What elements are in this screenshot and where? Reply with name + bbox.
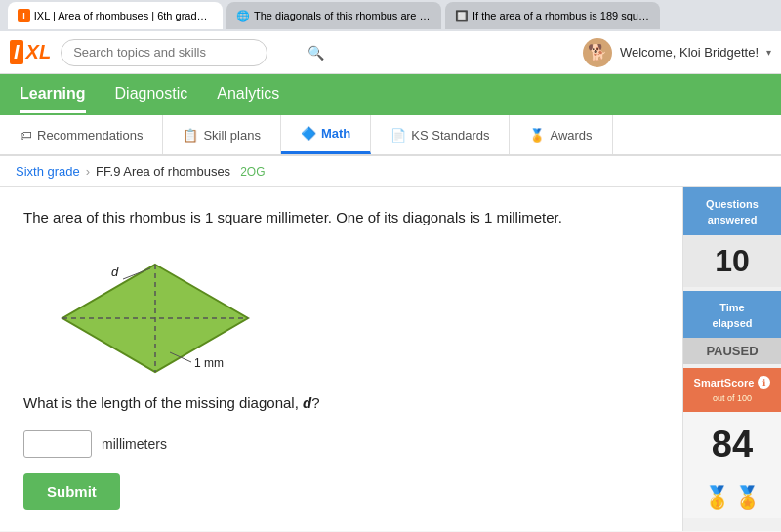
nav-item-learning[interactable]: Learning (20, 77, 86, 113)
tab-skill-plans[interactable]: 📋 Skill plans (163, 115, 281, 154)
breadcrumb-code: 2OG (240, 165, 265, 179)
tab-other-label: If the area of a rhombus is 189 square m… (473, 10, 650, 21)
nav-bar: I XL 🔍 🐕 Welcome, Kloi Bridgette! ▾ (0, 31, 781, 74)
medal-gold: 🏅 (734, 485, 760, 511)
tab-awards[interactable]: 🏅 Awards (510, 115, 612, 154)
paused-label: PAUSED (706, 344, 758, 358)
user-menu-dropdown[interactable]: ▾ (766, 47, 771, 58)
tab-ixl[interactable]: I IXL | Area of rhombuses | 6th grade ma… (8, 2, 223, 29)
smart-score-box: SmartScore ℹ out of 100 (683, 368, 781, 412)
math-icon: 🔷 (301, 126, 316, 141)
logo-i: I (10, 40, 23, 64)
tab-recommendations-label: Recommendations (37, 128, 143, 143)
question-before: What is the length of the missing diagon… (23, 394, 303, 411)
nav-item-diagnostic[interactable]: Diagnostic (115, 77, 188, 113)
tab-ks-standards[interactable]: 📄 KS Standards (371, 115, 510, 154)
tab-ks-standards-label: KS Standards (411, 128, 489, 143)
ixl-logo[interactable]: I XL (10, 40, 51, 64)
question-after: ? (311, 394, 319, 411)
logo-xl: XL (26, 41, 52, 63)
skill-plans-icon: 📋 (183, 128, 198, 143)
smart-score-info-icon[interactable]: ℹ (758, 376, 770, 389)
breadcrumb-separator: › (86, 164, 90, 179)
tab-google-label: The diagonals of this rhombus are 8 kilo… (254, 10, 432, 21)
tab-math[interactable]: 🔷 Math (281, 115, 371, 154)
search-icon: 🔍 (308, 45, 324, 61)
nav-item-analytics[interactable]: Analytics (217, 77, 279, 113)
questions-answered-value: 10 (683, 243, 781, 279)
time-elapsed-label: Time elapsed (713, 302, 753, 329)
rhombus-diagram: d 1 mm (53, 255, 258, 385)
tab-google-icon: 🌐 (236, 10, 250, 22)
question-text: The area of this rhombus is 1 square mil… (23, 207, 659, 229)
tab-skill-plans-label: Skill plans (203, 128, 261, 143)
smart-score-label: SmartScore (694, 377, 755, 389)
submit-button[interactable]: Submit (23, 473, 120, 510)
tab-recommendations[interactable]: 🏷 Recommendations (0, 115, 163, 154)
missing-diagonal-question: What is the length of the missing diagon… (23, 394, 659, 411)
browser-tab-bar: I IXL | Area of rhombuses | 6th grade ma… (0, 0, 781, 31)
tab-math-label: Math (321, 126, 350, 141)
search-input[interactable] (61, 39, 267, 66)
green-nav: Learning Diagnostic Analytics (0, 74, 781, 115)
medal-blue: 🥇 (704, 485, 730, 511)
tab-awards-label: Awards (550, 128, 592, 143)
time-elapsed-box: Time elapsed (683, 291, 781, 339)
svg-text:d: d (111, 265, 119, 279)
question-var: d (303, 394, 311, 411)
svg-text:1 mm: 1 mm (194, 356, 224, 370)
side-panel: Questions answered 10 Time elapsed PAUSE… (683, 187, 781, 531)
answer-row: millimeters (23, 430, 659, 458)
tab-other-icon: 🔲 (455, 10, 469, 22)
avatar: 🐕 (583, 38, 612, 67)
ks-standards-icon: 📄 (390, 128, 406, 143)
tab-ixl-icon: I (18, 9, 30, 22)
search-wrapper: 🔍 (61, 39, 334, 66)
breadcrumb-parent[interactable]: Sixth grade (16, 164, 80, 179)
question-area: The area of this rhombus is 1 square mil… (0, 187, 683, 531)
answer-unit: millimeters (102, 436, 167, 452)
breadcrumb: Sixth grade › FF.9 Area of rhombuses 2OG (0, 156, 781, 187)
questions-answered-value-wrap: 10 (683, 235, 781, 287)
smart-score-value: 84 (683, 418, 781, 471)
welcome-text: Welcome, Kloi Bridgette! (620, 45, 759, 60)
breadcrumb-current: FF.9 Area of rhombuses (96, 164, 230, 179)
main-area: The area of this rhombus is 1 square mil… (0, 187, 781, 531)
awards-icon: 🏅 (529, 128, 545, 143)
recommendations-icon: 🏷 (20, 128, 32, 143)
smart-score-value-wrap: 84 (683, 412, 781, 477)
tab-other[interactable]: 🔲 If the area of a rhombus is 189 square… (445, 2, 660, 29)
nav-right: 🐕 Welcome, Kloi Bridgette! ▾ (583, 38, 771, 67)
questions-answered-box: Questions answered (683, 187, 781, 235)
paused-box: PAUSED (683, 338, 781, 364)
tab-ixl-label: IXL | Area of rhombuses | 6th grade math (34, 10, 213, 21)
medals-row: 🥇 🏅 (683, 477, 781, 518)
rhombus-svg: d 1 mm (53, 255, 258, 382)
smart-score-sublabel: out of 100 (713, 393, 752, 403)
answer-input[interactable] (23, 430, 92, 458)
tab-google[interactable]: 🌐 The diagonals of this rhombus are 8 ki… (226, 2, 441, 29)
tabs-bar: 🏷 Recommendations 📋 Skill plans 🔷 Math 📄… (0, 115, 781, 156)
questions-answered-label: Questions answered (706, 198, 759, 225)
